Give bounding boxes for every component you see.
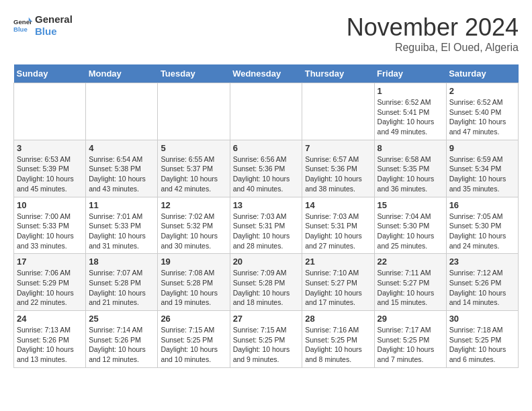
day-info: Sunrise: 7:03 AM Sunset: 5:31 PM Dayligh… [305,212,371,251]
calendar-week-3: 10Sunrise: 7:00 AM Sunset: 5:33 PM Dayli… [14,197,519,254]
logo-line1: General [35,13,73,26]
day-number: 9 [449,143,515,153]
calendar-cell [158,83,230,140]
weekday-header-saturday: Saturday [446,64,518,83]
calendar-week-5: 24Sunrise: 7:13 AM Sunset: 5:26 PM Dayli… [14,311,519,368]
day-number: 18 [89,257,154,267]
day-number: 5 [161,143,226,153]
calendar-cell: 1Sunrise: 6:52 AM Sunset: 5:41 PM Daylig… [374,83,446,140]
calendar-cell: 9Sunrise: 6:59 AM Sunset: 5:34 PM Daylig… [446,140,518,197]
day-number: 26 [161,314,226,324]
day-number: 6 [233,143,300,153]
day-number: 30 [449,314,515,324]
svg-text:Blue: Blue [13,26,28,33]
title-block: November 2024 Reguiba, El Oued, Algeria [347,13,519,54]
day-info: Sunrise: 7:09 AM Sunset: 5:28 PM Dayligh… [233,268,300,308]
day-info: Sunrise: 7:08 AM Sunset: 5:28 PM Dayligh… [161,268,226,308]
day-info: Sunrise: 7:13 AM Sunset: 5:26 PM Dayligh… [17,325,83,365]
calendar-cell: 19Sunrise: 7:08 AM Sunset: 5:28 PM Dayli… [158,254,230,311]
day-number: 21 [305,257,371,267]
day-number: 13 [233,200,300,210]
weekday-header-tuesday: Tuesday [158,64,230,83]
calendar-cell: 5Sunrise: 6:55 AM Sunset: 5:37 PM Daylig… [158,140,230,197]
weekday-header-friday: Friday [374,64,446,83]
calendar-cell: 7Sunrise: 6:57 AM Sunset: 5:36 PM Daylig… [302,140,374,197]
day-info: Sunrise: 7:12 AM Sunset: 5:26 PM Dayligh… [449,268,515,308]
day-number: 14 [305,200,371,210]
day-info: Sunrise: 7:18 AM Sunset: 5:25 PM Dayligh… [449,325,515,365]
calendar-cell: 27Sunrise: 7:15 AM Sunset: 5:25 PM Dayli… [230,311,302,368]
calendar-cell: 24Sunrise: 7:13 AM Sunset: 5:26 PM Dayli… [14,311,86,368]
weekday-header-wednesday: Wednesday [230,64,302,83]
day-info: Sunrise: 7:15 AM Sunset: 5:25 PM Dayligh… [161,325,226,365]
weekday-header-thursday: Thursday [302,64,374,83]
calendar-cell: 3Sunrise: 6:53 AM Sunset: 5:39 PM Daylig… [14,140,86,197]
calendar-cell [86,83,158,140]
month-title: November 2024 [347,13,519,42]
calendar-cell: 4Sunrise: 6:54 AM Sunset: 5:38 PM Daylig… [86,140,158,197]
calendar-cell: 17Sunrise: 7:06 AM Sunset: 5:29 PM Dayli… [14,254,86,311]
calendar-header-row: SundayMondayTuesdayWednesdayThursdayFrid… [14,64,519,83]
day-info: Sunrise: 7:11 AM Sunset: 5:27 PM Dayligh… [378,268,443,308]
day-number: 16 [449,200,515,210]
calendar-cell: 6Sunrise: 6:56 AM Sunset: 5:36 PM Daylig… [230,140,302,197]
day-info: Sunrise: 6:55 AM Sunset: 5:37 PM Dayligh… [161,154,226,194]
day-info: Sunrise: 6:58 AM Sunset: 5:35 PM Dayligh… [378,154,443,194]
day-info: Sunrise: 7:05 AM Sunset: 5:30 PM Dayligh… [449,212,515,251]
calendar-cell: 25Sunrise: 7:14 AM Sunset: 5:26 PM Dayli… [86,311,158,368]
day-info: Sunrise: 6:57 AM Sunset: 5:36 PM Dayligh… [305,154,371,194]
day-info: Sunrise: 6:52 AM Sunset: 5:40 PM Dayligh… [449,97,515,137]
day-info: Sunrise: 6:56 AM Sunset: 5:36 PM Dayligh… [233,154,300,194]
day-number: 27 [233,314,300,324]
calendar-cell: 28Sunrise: 7:16 AM Sunset: 5:25 PM Dayli… [302,311,374,368]
calendar-cell: 20Sunrise: 7:09 AM Sunset: 5:28 PM Dayli… [230,254,302,311]
location-subtitle: Reguiba, El Oued, Algeria [347,42,519,54]
calendar-cell: 13Sunrise: 7:03 AM Sunset: 5:31 PM Dayli… [230,197,302,254]
day-info: Sunrise: 7:07 AM Sunset: 5:28 PM Dayligh… [89,268,154,308]
calendar-cell: 16Sunrise: 7:05 AM Sunset: 5:30 PM Dayli… [446,197,518,254]
day-number: 7 [305,143,371,153]
calendar-cell: 2Sunrise: 6:52 AM Sunset: 5:40 PM Daylig… [446,83,518,140]
page-header: General Blue General Blue November 2024 … [13,13,519,54]
day-info: Sunrise: 7:15 AM Sunset: 5:25 PM Dayligh… [233,325,300,365]
weekday-header-monday: Monday [86,64,158,83]
calendar-cell: 18Sunrise: 7:07 AM Sunset: 5:28 PM Dayli… [86,254,158,311]
day-number: 29 [378,314,443,324]
day-number: 10 [17,200,83,210]
day-number: 3 [17,143,83,153]
day-info: Sunrise: 7:02 AM Sunset: 5:32 PM Dayligh… [161,212,226,251]
logo-icon: General Blue [13,16,32,35]
day-number: 12 [161,200,226,210]
day-info: Sunrise: 7:10 AM Sunset: 5:27 PM Dayligh… [305,268,371,308]
day-number: 15 [378,200,443,210]
day-number: 25 [89,314,154,324]
day-info: Sunrise: 7:14 AM Sunset: 5:26 PM Dayligh… [89,325,154,365]
day-number: 8 [378,143,443,153]
day-info: Sunrise: 7:06 AM Sunset: 5:29 PM Dayligh… [17,268,83,308]
calendar-cell: 30Sunrise: 7:18 AM Sunset: 5:25 PM Dayli… [446,311,518,368]
calendar-cell: 23Sunrise: 7:12 AM Sunset: 5:26 PM Dayli… [446,254,518,311]
calendar-cell: 21Sunrise: 7:10 AM Sunset: 5:27 PM Dayli… [302,254,374,311]
calendar-cell: 11Sunrise: 7:01 AM Sunset: 5:33 PM Dayli… [86,197,158,254]
day-number: 17 [17,257,83,267]
day-number: 4 [89,143,154,153]
day-info: Sunrise: 6:53 AM Sunset: 5:39 PM Dayligh… [17,154,83,194]
day-info: Sunrise: 6:52 AM Sunset: 5:41 PM Dayligh… [378,97,443,137]
calendar-cell [230,83,302,140]
day-number: 11 [89,200,154,210]
day-info: Sunrise: 7:16 AM Sunset: 5:25 PM Dayligh… [305,325,371,365]
calendar-cell: 15Sunrise: 7:04 AM Sunset: 5:30 PM Dayli… [374,197,446,254]
calendar-cell [302,83,374,140]
logo-line2: Blue [35,26,73,38]
day-number: 24 [17,314,83,324]
day-number: 28 [305,314,371,324]
calendar-cell: 26Sunrise: 7:15 AM Sunset: 5:25 PM Dayli… [158,311,230,368]
day-info: Sunrise: 7:17 AM Sunset: 5:25 PM Dayligh… [378,325,443,365]
calendar-cell: 12Sunrise: 7:02 AM Sunset: 5:32 PM Dayli… [158,197,230,254]
day-info: Sunrise: 6:54 AM Sunset: 5:38 PM Dayligh… [89,154,154,194]
day-number: 23 [449,257,515,267]
calendar-week-2: 3Sunrise: 6:53 AM Sunset: 5:39 PM Daylig… [14,140,519,197]
calendar-cell: 10Sunrise: 7:00 AM Sunset: 5:33 PM Dayli… [14,197,86,254]
calendar-week-1: 1Sunrise: 6:52 AM Sunset: 5:41 PM Daylig… [14,83,519,140]
calendar-cell: 29Sunrise: 7:17 AM Sunset: 5:25 PM Dayli… [374,311,446,368]
